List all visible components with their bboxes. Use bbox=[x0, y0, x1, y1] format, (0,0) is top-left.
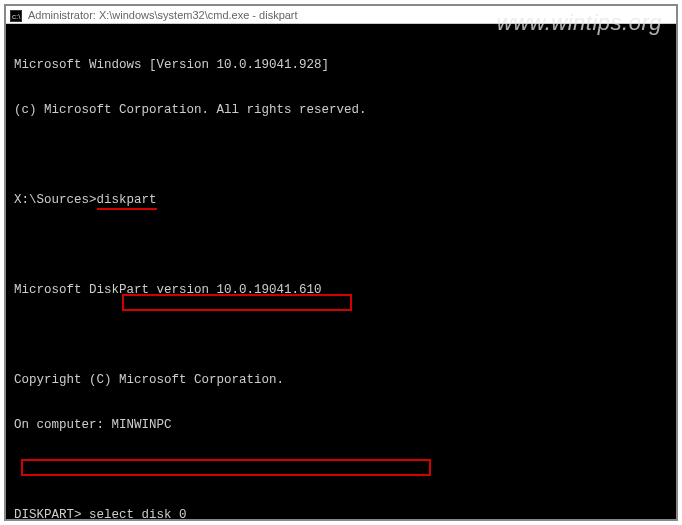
terminal-output[interactable]: Microsoft Windows [Version 10.0.19041.92… bbox=[6, 24, 676, 521]
prompt-line: DISKPART> select disk 0 bbox=[14, 508, 668, 521]
cmd-icon: c:\ bbox=[10, 9, 22, 21]
output-line: Microsoft Windows [Version 10.0.19041.92… bbox=[14, 58, 668, 73]
prompt-line: X:\Sources>diskpart bbox=[14, 193, 668, 208]
output-line: (c) Microsoft Corporation. All rights re… bbox=[14, 103, 668, 118]
output-line: Copyright (C) Microsoft Corporation. bbox=[14, 373, 668, 388]
svg-text:c:\: c:\ bbox=[12, 12, 21, 21]
prompt: DISKPART> bbox=[14, 508, 89, 521]
command-select-disk: select disk 0 bbox=[89, 508, 187, 521]
command-prompt-window: c:\ Administrator: X:\windows\system32\c… bbox=[4, 4, 678, 521]
prompt: X:\Sources> bbox=[14, 193, 97, 207]
output-line: Microsoft DiskPart version 10.0.19041.61… bbox=[14, 283, 668, 298]
titlebar[interactable]: c:\ Administrator: X:\windows\system32\c… bbox=[6, 6, 676, 24]
command-diskpart: diskpart bbox=[97, 193, 157, 208]
window-title: Administrator: X:\windows\system32\cmd.e… bbox=[28, 6, 298, 24]
output-line: On computer: MINWINPC bbox=[14, 418, 668, 433]
